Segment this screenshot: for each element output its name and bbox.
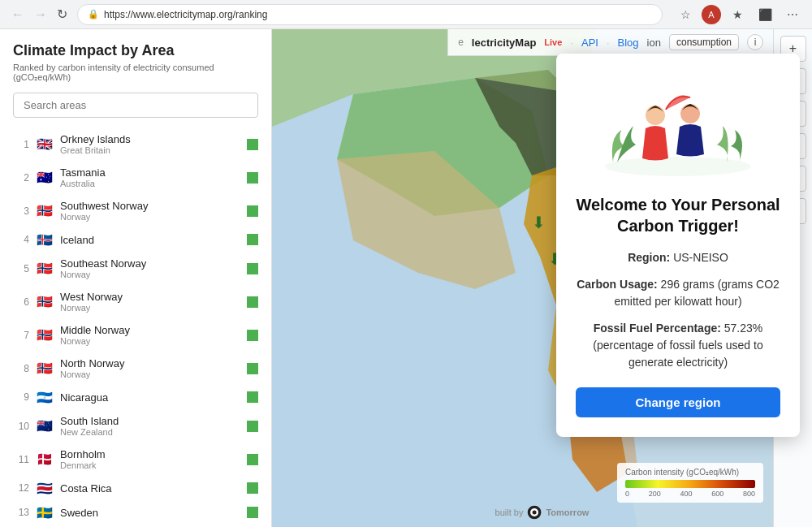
list-item[interactable]: 13 🇸🇪 Sweden (0, 500, 271, 525)
live-badge: Live (544, 37, 562, 47)
list-item[interactable]: 6 🇳🇴 West Norway Norway (0, 285, 271, 318)
reload-button[interactable]: ↻ (54, 5, 71, 24)
rank-number: 4 (13, 234, 29, 245)
area-name: Iceland (60, 234, 240, 246)
country-flag: 🇳🇴 (36, 262, 54, 275)
page-title: Climate Impact by Area (13, 42, 258, 59)
area-country: Norway (60, 369, 240, 379)
sidebar-header: Climate Impact by Area Ranked by carbon … (0, 29, 271, 124)
modal-carbon: Carbon Usage: 296 grams (grams CO2 emitt… (576, 276, 780, 310)
list-item[interactable]: 12 🇨🇷 Costa Rica (0, 476, 271, 500)
country-flag: 🇨🇷 (36, 482, 54, 495)
area-name: North Norway (60, 357, 240, 369)
legend-label-800: 800 (743, 490, 755, 498)
country-flag: 🇬🇧 (36, 138, 54, 151)
profile-icon[interactable]: A (702, 5, 721, 24)
nav-separator-2: · (607, 37, 610, 49)
carbon-indicator (247, 363, 258, 374)
carbon-indicator (247, 172, 258, 184)
top-nav: e lectricityMap Live · API · Blog ion co… (447, 29, 773, 56)
area-info: Nicaragua (60, 391, 240, 404)
list-item[interactable]: 3 🇳🇴 Southwest Norway Norway (0, 194, 271, 227)
list-item[interactable]: 10 🇳🇿 South Island New Zealand (0, 409, 271, 443)
area-name: Southeast Norway (60, 257, 240, 270)
area-info: Middle Norway Norway (60, 324, 240, 346)
carbon-indicator (247, 482, 258, 494)
consumption-badge[interactable]: consumption (669, 34, 739, 50)
illustration-svg (597, 73, 759, 179)
area-name: West Norway (60, 291, 240, 303)
electricitymap-label[interactable]: lectricityMap (472, 37, 536, 49)
map-area[interactable]: ⬇ ⬇ ⬇ e lectricityMap Live · API · Blog … (272, 29, 812, 527)
country-flag: 🇮🇸 (36, 233, 54, 246)
list-item[interactable]: 7 🇳🇴 Middle Norway Norway (0, 318, 271, 352)
star-button[interactable]: ★ (726, 3, 749, 26)
svg-text:⬇: ⬇ (532, 214, 546, 231)
area-country: Norway (60, 270, 240, 279)
region-label: Region: (628, 251, 670, 264)
rank-number: 9 (13, 391, 29, 403)
area-info: Bornholm Denmark (60, 448, 240, 470)
fossil-label: Fossil Fuel Percentage: (594, 322, 721, 335)
list-item[interactable]: 9 🇳🇮 Nicaragua (0, 385, 271, 409)
modal-title: Welcome to Your Personal Carbon Trigger! (576, 194, 780, 236)
area-info: Costa Rica (60, 482, 240, 495)
area-name: South Island (60, 415, 240, 427)
rank-number: 2 (13, 172, 29, 184)
area-country: Norway (60, 336, 240, 346)
area-info: Tasmania Australia (60, 166, 240, 188)
carbon-trigger-modal: Welcome to Your Personal Carbon Trigger!… (556, 54, 800, 437)
tomorrow-logo: Tomorrow (526, 504, 589, 521)
country-flag: 🇳🇴 (36, 296, 54, 309)
carbon-indicator (247, 296, 258, 308)
change-region-button[interactable]: Change region (576, 387, 780, 417)
area-name: Middle Norway (60, 324, 240, 336)
back-button[interactable]: ← (8, 6, 28, 24)
svg-point-7 (605, 157, 751, 176)
list-item[interactable]: 1 🇬🇧 Orkney Islands Great Britain (0, 127, 271, 161)
nav-separator-1: · (570, 37, 573, 49)
carbon-indicator (247, 234, 258, 245)
area-country: Denmark (60, 460, 240, 470)
list-item[interactable]: 8 🇳🇴 North Norway Norway (0, 352, 271, 385)
info-button[interactable]: i (747, 34, 763, 50)
area-name: Tasmania (60, 166, 240, 179)
legend-label-600: 600 (711, 490, 723, 498)
rank-number: 13 (13, 507, 29, 518)
carbon-label: Carbon Usage: (577, 278, 658, 291)
legend-label-0: 0 (625, 490, 629, 498)
area-country: Australia (60, 179, 240, 188)
modal-fossil: Fossil Fuel Percentage: 57.23% (percenta… (576, 320, 780, 371)
list-item[interactable]: 5 🇳🇴 Southeast Norway Norway (0, 252, 271, 285)
app-name-text: e (458, 37, 464, 48)
address-bar[interactable]: 🔒 https://www.electricitymap.org/ranking (77, 4, 663, 25)
bookmark-button[interactable]: ☆ (674, 3, 697, 26)
lock-icon: 🔒 (88, 9, 99, 19)
area-info: Southwest Norway Norway (60, 200, 240, 222)
carbon-indicator (247, 205, 258, 217)
region-link[interactable]: ion (647, 37, 661, 49)
area-country: Norway (60, 303, 240, 313)
rank-number: 6 (13, 296, 29, 308)
svg-point-6 (533, 511, 537, 515)
search-input[interactable] (13, 93, 258, 118)
blog-link[interactable]: Blog (618, 37, 639, 49)
list-item[interactable]: 11 🇩🇰 Bornholm Denmark (0, 443, 271, 476)
menu-button[interactable]: ⋯ (781, 3, 804, 26)
list-item[interactable]: 2 🇦🇺 Tasmania Australia (0, 161, 271, 194)
area-name: Sweden (60, 507, 240, 519)
cast-button[interactable]: ⬛ (754, 3, 776, 26)
area-country: Great Britain (60, 145, 240, 155)
list-item[interactable]: 4 🇮🇸 Iceland (0, 227, 271, 252)
modal-illustration (576, 73, 780, 181)
built-by: built by Tomorrow (495, 504, 590, 521)
page-subtitle: Ranked by carbon intensity of electricit… (13, 63, 258, 83)
ranking-list: 1 🇬🇧 Orkney Islands Great Britain 2 🇦🇺 T… (0, 124, 271, 527)
rank-number: 12 (13, 482, 29, 494)
rank-number: 5 (13, 263, 29, 274)
area-info: South Island New Zealand (60, 415, 240, 437)
forward-button[interactable]: → (31, 6, 50, 24)
area-name: Bornholm (60, 448, 240, 460)
api-link[interactable]: API (581, 37, 598, 49)
modal-region: Region: US-NEISO (576, 249, 780, 266)
